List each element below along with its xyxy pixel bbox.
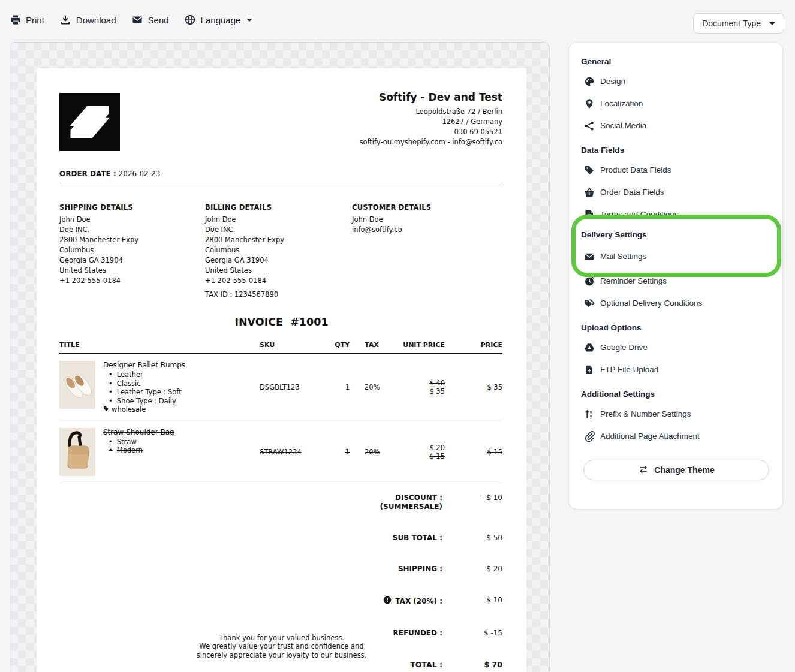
sidebar-item-optional-delivery-conditions[interactable]: Optional Delivery Conditions — [583, 292, 773, 314]
download-label: Download — [76, 15, 116, 25]
invoice-page: Softify - Dev and Test Leopoldstraße 72 … — [37, 68, 526, 672]
delivery-settings-highlight: Delivery Settings Mail Settings — [571, 215, 781, 277]
section-additional-settings: Additional Settings — [581, 382, 655, 406]
chevron-down-icon — [246, 19, 252, 22]
download-icon — [60, 14, 71, 26]
shipping-details: SHIPPING DETAILS John Doe Doe INC. 2800 … — [59, 203, 200, 286]
table-row-refunded: Straw Shoulder Bag Straw Modern STRAW123… — [59, 421, 502, 483]
invoice-title: INVOICE #1001 — [37, 316, 526, 328]
basket-icon — [583, 186, 595, 198]
settings-sidebar: General Design Localization Social Media… — [568, 42, 783, 510]
sidebar-item-social-media[interactable]: Social Media — [583, 114, 773, 137]
print-button[interactable]: Print — [10, 14, 44, 26]
change-theme-button[interactable]: Change Theme — [583, 460, 769, 480]
discount-row: DISCOUNT : (SUMMERSALE) - $ 10 — [59, 488, 502, 517]
language-button[interactable]: Language — [185, 14, 253, 26]
product-image-straw-bag — [59, 428, 95, 476]
company-name: Softify - Dev and Test — [359, 91, 502, 103]
order-date: ORDER DATE : 2026-02-23 — [59, 170, 160, 178]
sidebar-item-additional-page-attachment[interactable]: Additional Page Attachment — [583, 425, 773, 447]
sidebar-item-product-data-fields[interactable]: Product Data Fields — [583, 159, 773, 181]
subtotal-row: SUB TOTAL : $ 50 — [59, 528, 502, 548]
change-theme-label: Change Theme — [654, 465, 714, 475]
sidebar-item-prefix-number-settings[interactable]: Prefix & Number Settings — [583, 403, 773, 425]
document-type-dropdown[interactable]: Document Type — [693, 13, 784, 34]
sidebar-item-ftp-file-upload[interactable]: FTP File Upload — [583, 358, 773, 381]
line-items-table: TITLE SKU QTY TAX UNIT PRICE PRICE Desig… — [59, 341, 502, 483]
section-upload-options: Upload Options — [581, 315, 642, 339]
chevron-down-icon — [769, 22, 775, 25]
invoice-footer: Thank you for your valued business. We g… — [37, 634, 526, 659]
billing-details: BILLING DETAILS John Doe Doe INC. 2800 M… — [205, 203, 346, 300]
print-label: Print — [26, 15, 44, 25]
google-drive-icon — [583, 342, 595, 353]
send-button[interactable]: Send — [132, 14, 169, 26]
language-label: Language — [201, 15, 241, 25]
sidebar-item-mail-settings[interactable]: Mail Settings — [583, 245, 771, 267]
info-circle-icon — [383, 596, 392, 607]
sidebar-item-order-data-fields[interactable]: Order Data Fields — [583, 181, 773, 203]
section-general: General — [581, 49, 611, 73]
customer-details: CUSTOMER DETAILS John Doe info@softify.c… — [352, 203, 493, 235]
product-image-ballet-shoes — [59, 361, 95, 409]
document-type-label: Document Type — [702, 19, 761, 28]
share-icon — [583, 120, 595, 131]
company-logo — [59, 93, 120, 151]
mail-icon — [583, 251, 595, 262]
tag-icon — [103, 405, 109, 414]
envelope-icon — [132, 14, 143, 26]
printer-icon — [10, 14, 21, 26]
map-pin-icon — [583, 98, 595, 109]
company-details: Softify - Dev and Test Leopoldstraße 72 … — [359, 91, 502, 147]
tag-icon — [583, 164, 595, 176]
sort-numeric-icon — [583, 408, 595, 420]
sidebar-item-design[interactable]: Design — [583, 70, 773, 92]
globe-icon — [185, 14, 196, 26]
table-header: TITLE SKU QTY TAX UNIT PRICE PRICE — [59, 341, 502, 354]
table-row: Designer Ballet Bumps Leather Classic Le… — [59, 354, 502, 421]
invoice-preview-panel: Softify - Dev and Test Leopoldstraße 72 … — [10, 42, 550, 672]
tax-id: TAX ID : 1234567890 — [205, 290, 346, 300]
sidebar-item-localization[interactable]: Localization — [583, 92, 773, 114]
divider — [59, 183, 502, 183]
top-toolbar: Print Download Send Language — [10, 0, 252, 40]
swap-icon — [638, 464, 649, 477]
section-delivery-settings: Delivery Settings — [581, 222, 647, 246]
sidebar-item-google-drive[interactable]: Google Drive — [583, 336, 773, 358]
send-label: Send — [148, 15, 169, 25]
shipping-row: SHIPPING : $ 20 — [59, 559, 502, 579]
section-data-fields: Data Fields — [581, 138, 624, 162]
tax-row: TAX (20%) : $ 10 — [59, 590, 502, 612]
palette-icon — [583, 76, 595, 87]
download-button[interactable]: Download — [60, 14, 116, 26]
paperclip-icon — [583, 430, 595, 442]
tags-icon — [583, 297, 595, 309]
app-root: Print Download Send Language Document Ty… — [0, 0, 795, 672]
file-upload-icon — [583, 364, 595, 375]
